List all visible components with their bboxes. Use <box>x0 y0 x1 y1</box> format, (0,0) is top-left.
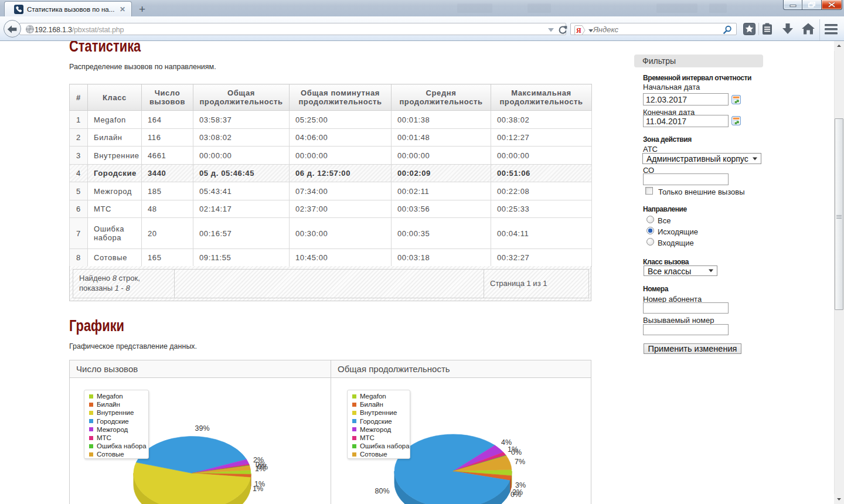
svg-text:1%: 1% <box>255 465 266 473</box>
svg-text:80%: 80% <box>375 487 389 495</box>
svg-text:0%: 0% <box>511 448 522 457</box>
svg-text:0%: 0% <box>511 491 521 499</box>
svg-text:39%: 39% <box>195 424 209 433</box>
svg-text:1%: 1% <box>253 485 263 493</box>
svg-text:Я: Я <box>576 26 581 35</box>
svg-text:7%: 7% <box>515 458 525 466</box>
